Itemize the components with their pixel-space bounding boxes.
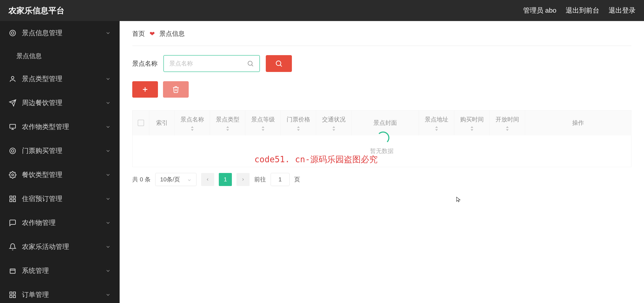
search-button[interactable] <box>266 55 292 72</box>
svg-point-1 <box>11 32 14 34</box>
svg-rect-18 <box>13 292 16 294</box>
search-input[interactable] <box>169 60 247 67</box>
sidebar-item-label: 餐饮类型管理 <box>22 170 62 180</box>
svg-marker-35 <box>332 126 335 128</box>
th-addr[interactable]: 景点地址 <box>419 110 454 135</box>
sidebar-item-label: 农作物类型管理 <box>22 122 69 131</box>
exit-front-link[interactable]: 退出到前台 <box>566 6 599 15</box>
sidebar-item-9[interactable]: 系统管理 <box>0 259 120 283</box>
page-prev-button[interactable] <box>201 173 214 186</box>
th-checkbox[interactable] <box>132 110 149 135</box>
chevron-down-icon <box>105 124 111 130</box>
chevron-down-icon <box>105 100 111 106</box>
chevron-down-icon <box>105 148 111 154</box>
sidebar-item-3[interactable]: 农作物类型管理 <box>0 115 120 139</box>
goto-input[interactable] <box>270 173 290 186</box>
svg-marker-33 <box>297 126 300 128</box>
svg-rect-12 <box>13 196 16 198</box>
chevron-down-icon <box>105 268 111 274</box>
svg-marker-41 <box>506 126 508 128</box>
sidebar-item-6[interactable]: 住宿预订管理 <box>0 187 120 211</box>
th-grade[interactable]: 景点等级 <box>245 110 281 135</box>
breadcrumb: 首页 ❤ 景点信息 <box>132 29 631 46</box>
gear-icon <box>9 171 16 179</box>
sidebar-item-1[interactable]: 景点类型管理 <box>0 67 120 91</box>
svg-point-2 <box>11 76 14 79</box>
th-opentime[interactable]: 开放时间 <box>490 110 525 135</box>
svg-rect-20 <box>13 296 16 298</box>
sidebar-subitem[interactable]: 景点信息 <box>0 45 120 67</box>
page-number-button[interactable]: 1 <box>219 173 232 186</box>
chevron-down-icon <box>105 244 111 250</box>
chevron-down-icon <box>105 30 111 36</box>
th-traffic[interactable]: 交通状况 <box>316 110 352 135</box>
svg-rect-15 <box>10 269 15 273</box>
filter-row: 景点名称 <box>132 55 631 72</box>
delete-button[interactable] <box>163 81 189 98</box>
grid-icon <box>9 291 16 299</box>
th-type[interactable]: 景点类型 <box>210 110 245 135</box>
th-index: 索引 <box>149 110 174 135</box>
svg-marker-27 <box>191 126 194 128</box>
sidebar-item-label: 订单管理 <box>22 290 49 300</box>
box-icon <box>9 267 16 275</box>
svg-line-22 <box>252 65 253 66</box>
chevron-down-icon <box>105 292 111 298</box>
svg-point-10 <box>12 174 14 176</box>
chat-icon <box>9 219 16 227</box>
send-icon <box>9 99 16 107</box>
page-size-select[interactable]: 10条/页 <box>155 173 196 186</box>
sidebar-item-7[interactable]: 农作物管理 <box>0 211 120 235</box>
monitor-icon <box>9 123 16 131</box>
logout-link[interactable]: 退出登录 <box>608 6 636 15</box>
svg-rect-17 <box>10 292 12 294</box>
sidebar-item-8[interactable]: 农家乐活动管理 <box>0 235 120 259</box>
add-button[interactable] <box>132 81 158 98</box>
filter-label: 景点名称 <box>132 59 158 68</box>
sidebar-item-10[interactable]: 订单管理 <box>0 283 120 303</box>
chevron-down-icon <box>105 196 111 202</box>
breadcrumb-home[interactable]: 首页 <box>132 29 145 38</box>
user-label[interactable]: 管理员 abo <box>523 6 556 15</box>
svg-marker-38 <box>435 129 438 131</box>
sidebar-item-4[interactable]: 门票购买管理 <box>0 139 120 163</box>
pagination: 共 0 条 10条/页 1 前往 页 <box>132 173 631 186</box>
svg-point-8 <box>10 148 16 154</box>
sidebar-item-0[interactable]: 景点信息管理 <box>0 21 120 45</box>
grid-icon <box>9 195 16 203</box>
svg-rect-5 <box>10 124 16 128</box>
data-table: 索引 景点名称 景点类型 景点等级 门票价格 交通状况 景点封面 景点地址 购买… <box>132 110 631 167</box>
cursor-icon <box>456 197 462 202</box>
topbar: 农家乐信息平台 管理员 abo 退出到前台 退出登录 <box>0 0 644 21</box>
svg-marker-31 <box>262 126 264 128</box>
sidebar-item-label: 门票购买管理 <box>22 146 62 156</box>
sidebar-item-5[interactable]: 餐饮类型管理 <box>0 163 120 187</box>
svg-marker-42 <box>506 129 508 131</box>
th-name[interactable]: 景点名称 <box>174 110 210 135</box>
search-icon <box>247 60 254 67</box>
search-box <box>164 55 260 72</box>
empty-text: 暂无数据 <box>370 147 394 155</box>
goto-label: 前往 <box>254 176 266 184</box>
breadcrumb-current: 景点信息 <box>160 29 185 38</box>
svg-rect-11 <box>10 196 12 198</box>
goto-suffix: 页 <box>294 176 300 184</box>
heart-icon: ❤ <box>150 30 155 37</box>
th-cover: 景点封面 <box>352 110 419 135</box>
pager-total: 共 0 条 <box>132 176 150 184</box>
svg-point-23 <box>276 61 281 65</box>
svg-marker-28 <box>191 129 194 131</box>
sidebar-item-2[interactable]: 周边餐饮管理 <box>0 91 120 115</box>
bell-icon <box>9 243 16 251</box>
target-icon <box>9 147 16 155</box>
page-next-button[interactable] <box>236 173 250 186</box>
action-row <box>132 81 631 98</box>
svg-point-0 <box>10 30 16 36</box>
main-content: 首页 ❤ 景点信息 景点名称 <box>120 21 644 303</box>
chevron-down-icon <box>187 177 192 182</box>
sidebar-item-label: 景点信息管理 <box>22 28 62 38</box>
chevron-down-icon <box>105 220 111 226</box>
th-buytime[interactable]: 购买时间 <box>454 110 490 135</box>
th-price[interactable]: 门票价格 <box>281 110 316 135</box>
svg-point-9 <box>11 150 14 152</box>
